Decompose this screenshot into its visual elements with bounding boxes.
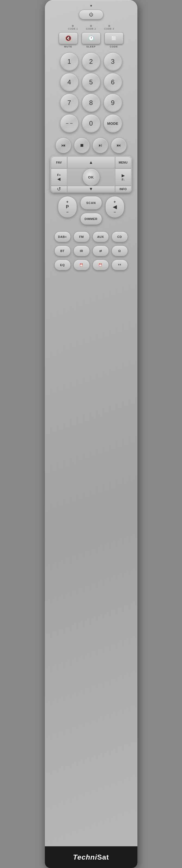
fp-plus-button[interactable]: F+ ◀ <box>51 168 67 186</box>
btn-8[interactable]: 8 <box>82 94 100 112</box>
code-button[interactable]: ⬜ <box>104 32 124 44</box>
nav-down-button[interactable]: ▼ <box>67 186 115 192</box>
code2-label: CODE 2 <box>86 27 96 30</box>
down-arrow-icon: ▼ <box>89 187 93 191</box>
aux-button[interactable]: AUX <box>93 231 109 242</box>
btn-2[interactable]: 2 <box>82 52 100 71</box>
rewind-button[interactable]: ⏮ <box>55 137 71 153</box>
scan-dimmer-col: SCAN DIMMER <box>80 196 102 225</box>
fm-button[interactable]: FM <box>74 231 90 242</box>
code3-indicator: CODE 3 <box>104 25 114 30</box>
bt-label: BT <box>60 249 65 252</box>
btn-0[interactable]: 0 <box>82 114 100 133</box>
power-button[interactable]: ⏻ <box>79 10 103 20</box>
sleep-button[interactable]: 🕐 <box>82 32 101 44</box>
left-arrow-icon: ◀ <box>57 177 60 181</box>
transport-row: ⏮ ⏹ ⏯ ⏭ <box>55 137 127 153</box>
ok-label: OK <box>88 175 94 179</box>
fm-label: FM <box>79 235 84 239</box>
code-label-text: CODE <box>110 45 118 48</box>
btn-4[interactable]: 4 <box>60 73 79 91</box>
info-button[interactable]: INFO <box>115 186 131 192</box>
shuffle-button[interactable]: ⇄ <box>93 246 109 256</box>
ok-button[interactable]: OK <box>82 168 100 186</box>
volume-button[interactable]: + ◀ − <box>105 196 124 218</box>
eq-button[interactable]: EQ <box>54 259 71 271</box>
code2-indicator: CODE 2 <box>86 25 96 30</box>
source-row-2: BT IR ⇄ Ω <box>54 246 128 256</box>
dab-plus-button[interactable]: DAB+ <box>54 231 71 242</box>
nav-up-button[interactable]: ▲ <box>67 156 115 168</box>
ir-label: IR <box>80 249 83 252</box>
eq-label: EQ <box>60 264 65 267</box>
fp-plus-label: F+ <box>57 173 61 177</box>
btn-6[interactable]: 6 <box>104 73 122 91</box>
ir-button[interactable]: IR <box>74 246 90 256</box>
btn-mode[interactable]: MODE <box>104 114 122 133</box>
code2-led <box>90 25 92 27</box>
alarm2-button[interactable]: ⏰ <box>93 259 109 271</box>
scan-button[interactable]: SCAN <box>80 196 102 210</box>
brand-name: TechniSat <box>73 853 109 862</box>
scan-label: SCAN <box>86 201 96 205</box>
cd-button[interactable]: CD <box>111 231 128 242</box>
refresh-button[interactable]: ↺ <box>51 186 67 192</box>
channel-button[interactable]: + P − <box>58 196 77 218</box>
mute-label: MUTE <box>64 45 72 48</box>
fp-minus-label: F- <box>122 178 124 181</box>
fav-label: FAV <box>56 161 62 164</box>
bt-button[interactable]: BT <box>54 246 71 256</box>
sleep-label: SLEEP <box>86 45 96 48</box>
source-row-3: EQ ⏰ ⏰ ᶻᶻ <box>54 259 128 271</box>
headphone-button[interactable]: Ω <box>111 246 128 256</box>
fast-forward-button[interactable]: ⏭ <box>111 137 127 153</box>
code3-led <box>108 25 110 27</box>
nav-inner: FAV ▲ MENU F+ ◀ OK ▶ F- ↺ <box>51 156 131 192</box>
fast-forward-icon: ⏭ <box>117 143 121 148</box>
brand-bar: TechniSat <box>45 846 137 868</box>
top-sensor <box>90 5 92 6</box>
numpad-row-2: 4 5 6 <box>60 73 122 91</box>
msc-row: 🔇 MUTE 🕐 SLEEP ⬜ CODE <box>59 32 124 48</box>
headphone-icon: Ω <box>118 249 121 252</box>
sleep-zz-button[interactable]: ᶻᶻ <box>111 259 128 271</box>
sleep-button-group: 🕐 SLEEP <box>82 32 101 48</box>
volume-arrow-label: ◀ <box>113 204 117 210</box>
alarm2-icon: ⏰ <box>99 264 103 267</box>
btn-9[interactable]: 9 <box>104 94 122 112</box>
btn-5[interactable]: 5 <box>82 73 100 91</box>
btn-1[interactable]: 1 <box>60 52 79 71</box>
btn-7[interactable]: 7 <box>60 94 79 112</box>
channel-plus-label: + <box>66 199 68 204</box>
stop-button[interactable]: ⏹ <box>74 137 90 153</box>
numpad-row-4: − − 0 MODE <box>60 114 122 133</box>
code1-indicator: CODE 1 <box>68 25 78 30</box>
right-arrow-icon: ▶ <box>122 173 125 178</box>
fp-minus-button[interactable]: ▶ F- <box>115 168 131 186</box>
pv-row: + P − SCAN DIMMER + ◀ − <box>50 196 132 225</box>
code-icon: ⬜ <box>111 36 116 41</box>
volume-minus-label: − <box>113 210 115 214</box>
rewind-icon: ⏮ <box>61 143 66 148</box>
dimmer-label: DIMMER <box>85 217 98 220</box>
refresh-icon: ↺ <box>57 186 61 192</box>
channel-minus-label: − <box>66 210 68 214</box>
play-pause-button[interactable]: ⏯ <box>93 137 108 153</box>
brand-normal: Sat <box>97 853 109 861</box>
btn-3[interactable]: 3 <box>104 52 122 71</box>
play-pause-icon: ⏯ <box>98 143 103 148</box>
alarm1-button[interactable]: ⏰ <box>74 259 90 271</box>
cd-label: CD <box>117 235 122 239</box>
power-icon: ⏻ <box>89 12 93 17</box>
aux-label: AUX <box>97 235 104 239</box>
dimmer-button[interactable]: DIMMER <box>80 213 102 225</box>
fav-button[interactable]: FAV <box>51 156 67 168</box>
sleep-icon: 🕐 <box>88 35 94 41</box>
code1-led <box>72 25 74 27</box>
btn-dash[interactable]: − − <box>60 114 79 133</box>
sleep-zz-icon: ᶻᶻ <box>118 263 121 267</box>
numpad: 1 2 3 4 5 6 7 8 9 − − 0 MODE <box>60 52 122 133</box>
mute-button[interactable]: 🔇 <box>59 32 78 44</box>
menu-button[interactable]: MENU <box>115 156 131 168</box>
numpad-row-1: 1 2 3 <box>60 52 122 71</box>
